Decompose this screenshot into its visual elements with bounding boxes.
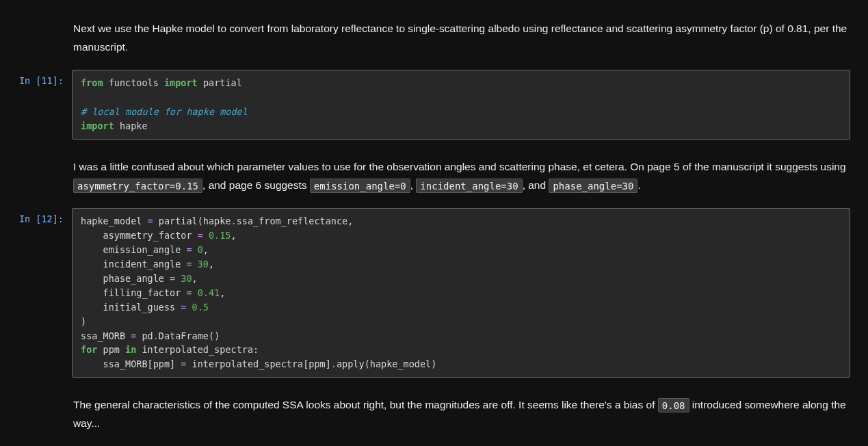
inline-code: emission_angle=0 [310, 179, 410, 193]
paren-close: ) [81, 316, 86, 327]
cell-prompt-empty [0, 16, 72, 21]
number: 0.41 [198, 287, 220, 298]
cell-prompt-empty [0, 393, 72, 397]
keyword-from: from [81, 77, 103, 88]
kwarg: incident_angle [81, 259, 186, 270]
bracket-close: ] [326, 358, 331, 369]
paren-open: ( [365, 358, 370, 369]
index-name: ppm [308, 358, 325, 369]
kwarg: asymmetry_factor [81, 230, 198, 241]
code-input[interactable]: hapke_model = partial(hapke.ssa_from_ref… [72, 208, 850, 378]
markdown-text: The general characteristics of the compu… [73, 399, 658, 410]
indent [81, 358, 103, 369]
kwarg: phase_angle [81, 273, 170, 284]
var-name: ssa_MORB [103, 358, 148, 369]
comment: # local module for hapke model [81, 106, 248, 117]
markdown-cell: I was a little confused about which para… [0, 150, 868, 204]
bracket-open: [ [148, 358, 153, 369]
keyword-in: in [125, 344, 136, 355]
markdown-text: . [637, 179, 640, 191]
inline-code: incident_angle=30 [416, 179, 522, 193]
number: 0.15 [209, 230, 231, 241]
colon: : [253, 344, 259, 355]
markdown-paragraph: I was a little confused about which para… [73, 157, 867, 194]
operator-eq: = [186, 244, 192, 255]
call-name: partial [159, 215, 198, 226]
operator-eq: = [186, 287, 192, 298]
kwarg: initial_guess [81, 302, 181, 313]
var-name: hapke_model [81, 215, 142, 226]
operator-eq: = [186, 259, 192, 270]
imported-name: partial [203, 77, 242, 88]
dot: . [231, 215, 236, 226]
method-name: apply [337, 358, 365, 369]
operator-eq: = [175, 358, 192, 369]
operator-eq: = [125, 330, 142, 341]
kwarg: emission_angle [81, 244, 186, 255]
cell-prompt-empty [0, 155, 72, 159]
comma: , [192, 273, 198, 284]
markdown-body: Next we use the Hapke model to convert f… [72, 16, 868, 62]
dot: . [153, 330, 159, 341]
attr-name: ssa_from_reflectance [237, 215, 348, 226]
comma: , [231, 230, 236, 241]
code-body: hapke_model = partial(hapke.ssa_from_ref… [72, 208, 868, 378]
keyword-for: for [81, 344, 97, 355]
markdown-cell: The general characteristics of the compu… [0, 389, 868, 442]
cell-prompt: In [11]: [0, 70, 72, 89]
var-name: ssa_MORB [81, 330, 125, 341]
operator-eq: = [181, 302, 186, 313]
inline-code: 0.08 [658, 398, 689, 412]
dot: . [331, 358, 337, 369]
code-cell: In [12]: hapke_model = partial(hapke.ssa… [0, 204, 868, 382]
markdown-paragraph: The general characteristics of the compu… [73, 395, 867, 432]
number: 30 [198, 259, 209, 270]
iter-name: interpolated_spectra [142, 344, 253, 355]
markdown-paragraph: Next we use the Hapke model to convert f… [73, 19, 867, 56]
module-name: functools [109, 77, 159, 88]
inline-code: phase_angle=30 [549, 179, 637, 193]
markdown-text: I was a little confused about which para… [73, 161, 846, 172]
operator-eq: = [142, 215, 158, 226]
markdown-text: , and [523, 179, 549, 191]
code-body: from functools import partial # local mo… [72, 70, 868, 140]
cell-prompt: In [12]: [0, 208, 72, 227]
paren-close: ) [431, 358, 436, 369]
module-name: hapke [120, 120, 148, 131]
keyword-import: import [81, 120, 114, 131]
arg-name: hapke_model [370, 358, 431, 369]
number: 0 [198, 244, 203, 255]
loop-var: ppm [103, 344, 120, 355]
paren-open: ( [209, 330, 214, 341]
paren-open: ( [198, 215, 203, 226]
markdown-body: The general characteristics of the compu… [72, 393, 868, 438]
comma: , [347, 215, 353, 226]
operator-eq: = [198, 230, 203, 241]
paren-close: ) [214, 330, 220, 341]
notebook: Next we use the Hapke model to convert f… [0, 0, 868, 446]
module-ref: pd [142, 330, 153, 341]
markdown-cell: Next we use the Hapke model to convert f… [0, 12, 868, 66]
markdown-body: I was a little confused about which para… [72, 155, 868, 200]
markdown-text: , and page 6 suggests [202, 179, 310, 191]
keyword-import: import [164, 77, 198, 88]
inline-code: asymmetry_factor=0.15 [73, 179, 202, 193]
code-cell: In [11]: from functools import partial #… [0, 66, 868, 144]
kwarg: filling_factor [81, 287, 186, 298]
call-name: DataFrame [159, 330, 209, 341]
code-input[interactable]: from functools import partial # local mo… [72, 70, 850, 140]
number: 30 [181, 273, 192, 284]
comma: , [220, 287, 225, 298]
comma: , [209, 259, 214, 270]
bracket-close: ] [170, 358, 175, 369]
module-ref: hapke [203, 215, 231, 226]
comma: , [203, 244, 209, 255]
operator-eq: = [170, 273, 175, 284]
number: 0.5 [192, 302, 209, 313]
index-name: ppm [153, 358, 170, 369]
var-name: interpolated_spectra [192, 358, 304, 369]
